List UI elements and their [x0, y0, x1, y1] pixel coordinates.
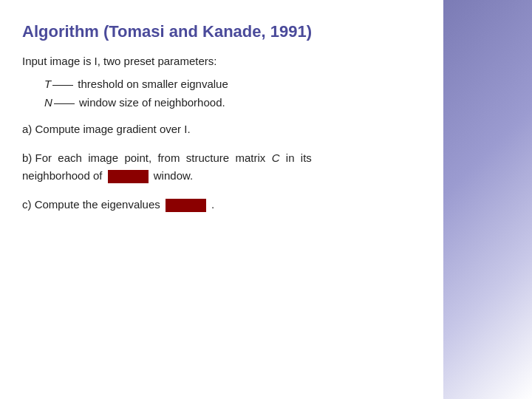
- step-b-line2-after: window.: [151, 169, 194, 182]
- step-a: a) Compute image gradient over I.: [22, 120, 429, 137]
- intro-text: Input image is I, two preset parameters:: [22, 55, 429, 67]
- step-c-before: c) Compute the eigenvalues: [22, 198, 163, 211]
- param-N-key: N: [44, 96, 52, 109]
- step-b-line2-before: neighborhood of: [22, 169, 106, 182]
- step-b-redacted: [108, 170, 149, 183]
- param-N-desc: window size of neighborhood.: [79, 96, 225, 109]
- main-content: Algorithm (Tomasi and Kanade, 1991) Inpu…: [0, 0, 458, 247]
- step-b: b) For each image point, from structure …: [22, 149, 429, 184]
- step-b-before: b) For each image point, from structure …: [22, 151, 272, 164]
- step-c-after: .: [208, 198, 214, 211]
- param-T-desc: threshold on smaller eignvalue: [78, 78, 228, 90]
- param-N: N​ window size of neighborhood.: [44, 96, 429, 109]
- param-list: T​ threshold on smaller eignvalue N​ win…: [44, 78, 429, 109]
- step-a-text: a) Compute image gradient over I.: [22, 123, 191, 135]
- step-c: c) Compute the eigenvalues .: [22, 196, 429, 213]
- param-T-key: T: [44, 78, 51, 90]
- param-T: T​ threshold on smaller eignvalue: [44, 78, 429, 90]
- page-title: Algorithm (Tomasi and Kanade, 1991): [22, 22, 429, 41]
- step-b-middle: in its: [279, 151, 311, 164]
- step-c-redacted: [166, 199, 206, 212]
- step-b-italic: C: [272, 151, 280, 164]
